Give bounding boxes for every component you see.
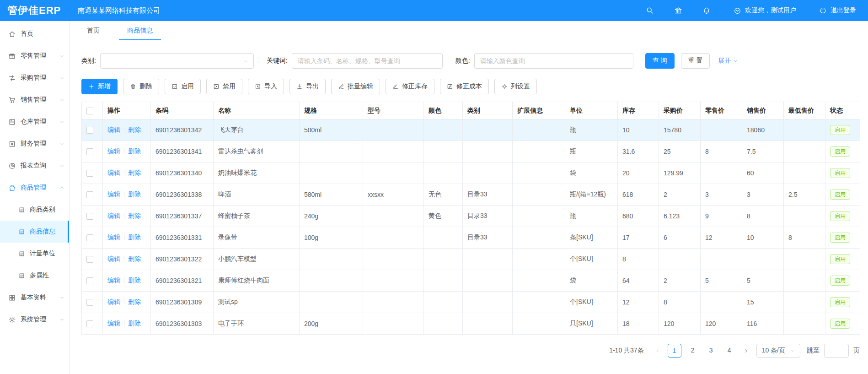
row-checkbox[interactable] [86, 148, 93, 155]
edit-link[interactable]: 编辑 [107, 212, 120, 219]
chevron-down-icon [243, 59, 248, 64]
row-checkbox[interactable] [86, 299, 93, 306]
expand-link[interactable]: 展开 [718, 57, 738, 65]
row-checkbox[interactable] [86, 320, 93, 327]
sidebar-item-report[interactable]: 报表查询 [0, 155, 69, 177]
prev-page-button[interactable] [652, 344, 663, 358]
page-button-1[interactable]: 1 [668, 344, 681, 358]
sidebar-subitem[interactable]: 计量单位 [0, 243, 69, 265]
delete-link[interactable]: 删除 [128, 147, 141, 155]
cell-category: 目录33 [463, 206, 513, 227]
column-header: 类别 [463, 102, 513, 119]
sidebar-item-icon [8, 74, 16, 82]
row-checkbox[interactable] [86, 127, 93, 134]
toolbar-button-plus[interactable]: 新增 [81, 79, 118, 94]
delete-link[interactable]: 删除 [128, 190, 141, 198]
sidebar-item-retail[interactable]: 零售管理 [0, 45, 69, 67]
edit-link[interactable]: 编辑 [107, 233, 120, 241]
sidebar-item-sales[interactable]: 销售管理 [0, 89, 69, 111]
toolbar-button-import[interactable]: 导入 [248, 79, 284, 94]
toolbar-button-x-square[interactable]: 禁用 [206, 79, 242, 94]
sidebar-item-home[interactable]: 首页 [0, 23, 69, 45]
edit-link[interactable]: 编辑 [107, 147, 120, 155]
sidebar-item-icon [8, 184, 16, 192]
toolbar-button-icon [338, 83, 344, 90]
toolbar-button-stock[interactable]: 修正库存 [386, 79, 434, 94]
cell-name: 蜂蜜柚子茶 [214, 206, 300, 227]
column-header: 规格 [300, 102, 363, 119]
link-divider [124, 277, 124, 283]
sidebar-subitem[interactable]: 商品信息 [0, 221, 69, 243]
logout-button[interactable]: 退出登录 [819, 6, 856, 15]
row-checkbox[interactable] [86, 213, 93, 220]
cell-unit: 瓶 [565, 119, 618, 141]
edit-link[interactable]: 编辑 [107, 298, 120, 305]
sidebar-item-basic[interactable]: 基本资料 [0, 287, 69, 309]
row-checkbox[interactable] [86, 277, 93, 284]
column-header: 零售价 [701, 102, 742, 119]
cell-retail-price: 12 [701, 227, 742, 249]
toolbar-button-trash[interactable]: 删除 [123, 79, 159, 94]
welcome-user[interactable]: 欢迎您，测试用户 [734, 6, 796, 15]
keyword-input[interactable] [292, 53, 443, 69]
delete-link[interactable]: 删除 [128, 276, 141, 284]
sidebar-item-gear[interactable]: 系统管理 [0, 309, 69, 331]
select-all-checkbox[interactable] [86, 108, 93, 114]
reset-button[interactable]: 重 置 [681, 53, 710, 69]
tab[interactable]: 首页 [83, 21, 103, 40]
toolbar-button-export[interactable]: 导出 [289, 79, 326, 94]
sidebar-item-label: 销售管理 [21, 96, 59, 104]
delete-link[interactable]: 删除 [128, 320, 141, 327]
bank-icon[interactable] [674, 6, 682, 15]
page-button-3[interactable]: 3 [704, 344, 718, 358]
status-badge: 启用 [830, 297, 850, 307]
cell-sale-price: 10 [742, 227, 784, 249]
page-button-4[interactable]: 4 [723, 344, 736, 358]
edit-link[interactable]: 编辑 [107, 190, 120, 198]
row-checkbox[interactable] [86, 256, 93, 263]
sidebar-subitem[interactable]: 商品类别 [0, 199, 69, 221]
toolbar-button-gear[interactable]: 列设置 [494, 79, 537, 94]
page-button-2[interactable]: 2 [686, 344, 700, 358]
cell-sale-price: 15 [742, 292, 784, 313]
search-icon[interactable] [646, 6, 654, 15]
tab[interactable]: 商品信息 [123, 21, 156, 40]
sidebar-subitem[interactable]: 多属性 [0, 265, 69, 287]
toolbar-button-edit[interactable]: 批量编辑 [331, 79, 380, 94]
sidebar-item-finance[interactable]: 财务管理 [0, 133, 69, 155]
edit-link[interactable]: 编辑 [107, 169, 120, 176]
next-page-button[interactable] [741, 344, 752, 358]
cell-spec: 240g [300, 206, 363, 227]
toolbar-button-label: 启用 [181, 82, 194, 91]
sidebar-item-warehouse[interactable]: 仓库管理 [0, 111, 69, 133]
row-checkbox[interactable] [86, 191, 93, 198]
delete-link[interactable]: 删除 [128, 126, 141, 133]
delete-link[interactable]: 删除 [128, 255, 141, 262]
delete-link[interactable]: 删除 [128, 298, 141, 305]
bell-icon[interactable] [702, 6, 711, 15]
row-checkbox[interactable] [86, 170, 93, 177]
page-size-select[interactable]: 10 条/页 [756, 344, 800, 358]
sidebar-item-goods[interactable]: 商品管理 [0, 177, 69, 199]
toolbar-button-check-square[interactable]: 启用 [165, 79, 201, 94]
edit-link[interactable]: 编辑 [107, 276, 120, 284]
edit-link[interactable]: 编辑 [107, 126, 120, 133]
table-row: 编辑删除 6901236301342 飞天茅台 500ml 瓶 10 15780… [82, 119, 860, 141]
sidebar-item-purchase[interactable]: 采购管理 [0, 67, 69, 89]
toolbar-button-cost[interactable]: 修正成本 [440, 79, 489, 94]
pagination-total: 1-10 共37条 [609, 347, 643, 355]
row-checkbox[interactable] [86, 234, 93, 241]
table-row: 编辑删除 6901236301340 奶油味爆米花 袋 20 129.99 60… [82, 163, 860, 184]
category-select[interactable] [100, 53, 254, 69]
cell-stock: 12 [618, 292, 659, 313]
delete-link[interactable]: 删除 [128, 233, 141, 241]
edit-link[interactable]: 编辑 [107, 255, 120, 262]
chevron-down-icon [59, 141, 64, 146]
column-header: 状态 [825, 102, 860, 119]
jump-page-input[interactable] [824, 344, 849, 358]
search-button[interactable]: 查 询 [645, 53, 675, 69]
color-input[interactable] [474, 53, 633, 69]
delete-link[interactable]: 删除 [128, 169, 141, 176]
edit-link[interactable]: 编辑 [107, 320, 120, 327]
delete-link[interactable]: 删除 [128, 212, 141, 219]
